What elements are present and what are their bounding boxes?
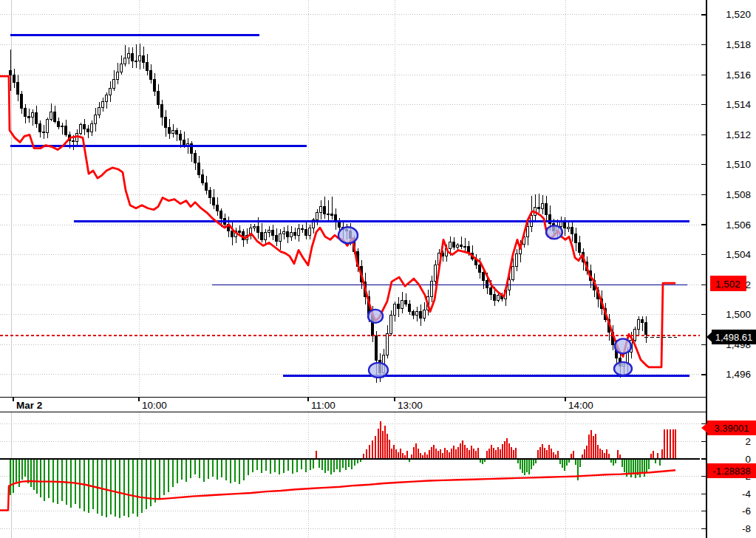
histogram-bar: [13, 459, 15, 493]
candle-body: [416, 312, 418, 316]
candle-body: [139, 56, 141, 61]
histogram-bar: [531, 459, 533, 469]
histogram-bar: [274, 459, 276, 472]
histogram-bar: [449, 452, 451, 459]
candle-body: [638, 320, 640, 330]
histogram-bar: [316, 451, 318, 459]
histogram-bar: [375, 436, 377, 459]
candle-body: [72, 140, 75, 142]
histogram-bar: [181, 459, 183, 480]
histogram-bar: [537, 450, 539, 459]
candle-body: [32, 113, 34, 118]
histogram-bar: [330, 459, 333, 474]
candle-body: [183, 140, 185, 146]
indicator-axis-label: -4: [742, 488, 751, 500]
chart-canvas: 1,5201,5181,5161,5141,5121,5101,5081,506…: [0, 0, 756, 538]
price-panel-plot-area[interactable]: [0, 0, 700, 397]
histogram-bar: [659, 459, 661, 466]
histogram-bar: [506, 438, 508, 459]
histogram-bar: [615, 459, 617, 463]
candle-body: [124, 58, 126, 64]
histogram-bar: [517, 459, 520, 463]
candle-body: [132, 54, 134, 61]
candle-body: [172, 130, 174, 134]
candle-body: [449, 242, 452, 249]
candle-body: [117, 72, 119, 79]
candle-body: [220, 211, 222, 219]
trade-signal-circle: [368, 310, 383, 323]
time-axis-label: 14:00: [568, 400, 593, 411]
histogram-bar: [234, 459, 236, 482]
histogram-bar: [440, 449, 442, 459]
histogram-bar: [613, 459, 615, 466]
level-price-badge-value: 1,502: [715, 279, 740, 290]
histogram-bar: [342, 459, 344, 468]
histogram-bar: [599, 449, 602, 459]
histogram-bar: [283, 459, 285, 473]
histogram-bar: [528, 459, 531, 474]
candle-body: [205, 183, 208, 190]
candle-body: [61, 126, 64, 127]
histogram-bar: [265, 459, 268, 471]
candle-body: [316, 213, 319, 220]
histogram-bar: [602, 450, 604, 459]
histogram-bar: [542, 444, 544, 459]
histogram-bar: [398, 452, 400, 459]
candle-body: [453, 242, 455, 248]
histogram-bar: [462, 440, 464, 459]
candle-body: [538, 208, 540, 209]
candle-body: [87, 129, 89, 132]
histogram-bar: [610, 459, 613, 463]
histogram-bar: [168, 459, 170, 492]
histogram-bar: [372, 440, 374, 459]
price-axis-label: 1,500: [726, 309, 751, 320]
candle-body: [405, 301, 407, 304]
histogram-bar: [415, 443, 418, 459]
candle-body: [161, 105, 163, 118]
histogram-bar: [477, 448, 480, 459]
histogram-bar: [508, 443, 511, 459]
candle-body: [457, 245, 459, 248]
candle-body: [460, 245, 463, 247]
histogram-bar: [279, 459, 281, 474]
histogram-bar: [584, 449, 586, 459]
histogram-bar: [455, 449, 457, 459]
candle-body: [420, 312, 422, 319]
candle-body: [17, 83, 19, 95]
histogram-bar: [132, 459, 134, 514]
candle-body: [157, 92, 160, 105]
candle-body: [464, 246, 466, 248]
histogram-bar: [305, 459, 307, 472]
histogram-bar: [641, 459, 644, 474]
histogram-bar: [582, 454, 584, 459]
histogram-bar: [444, 448, 446, 459]
histogram-bar: [248, 459, 250, 475]
candle-body: [39, 123, 41, 132]
candle-body: [490, 287, 492, 294]
candle-body: [483, 273, 485, 280]
candle-body: [128, 54, 130, 58]
histogram-bar: [526, 459, 528, 472]
price-axis-label: 1,516: [726, 69, 751, 81]
histogram-bar: [579, 459, 582, 467]
histogram-bar: [539, 447, 542, 459]
histogram-bar: [453, 446, 455, 459]
histogram-bar: [559, 459, 562, 464]
histogram-bar: [457, 447, 460, 459]
price-axis-label: 1,512: [726, 129, 751, 140]
candle-body: [324, 207, 326, 214]
histogram-bar: [406, 451, 409, 459]
histogram-bar: [446, 450, 449, 459]
histogram-bar: [348, 459, 350, 467]
candle-body: [401, 301, 403, 309]
histogram-bar: [411, 454, 413, 459]
histogram-bar: [619, 454, 622, 459]
candle-body: [13, 75, 16, 83]
candle-body: [150, 70, 152, 79]
candle-body: [486, 280, 488, 287]
candle-body: [290, 232, 293, 237]
histogram-bar: [604, 453, 606, 459]
histogram-bar: [391, 449, 393, 459]
candle-body: [268, 230, 270, 232]
histogram-bar: [667, 429, 669, 459]
